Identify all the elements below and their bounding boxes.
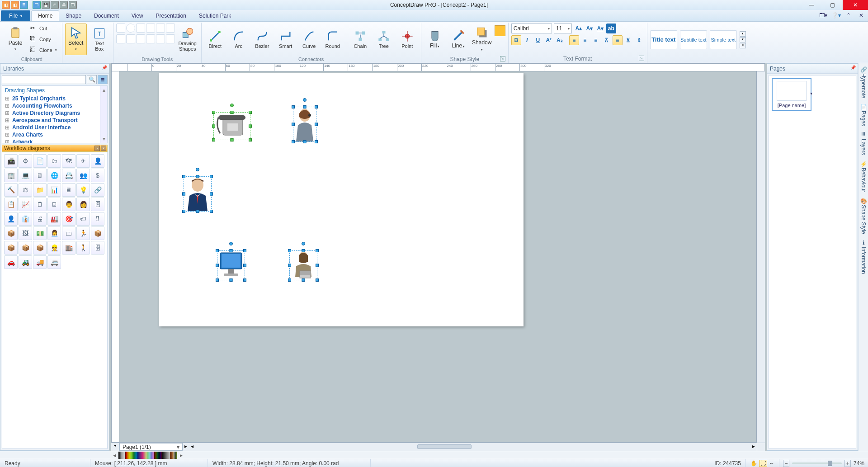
search-button[interactable]: 🔍 (87, 75, 97, 84)
stencil-item[interactable]: 🏃 (76, 226, 90, 240)
shape-7[interactable] (116, 34, 125, 43)
stencil-item[interactable]: 👩 (76, 198, 90, 211)
line-spacing-button[interactable]: ⇕ (634, 35, 644, 45)
copy-button[interactable]: ⿻Copy (28, 34, 59, 44)
sidetab-layers[interactable]: ≣Layers (860, 132, 867, 155)
zoom-out-button[interactable]: − (783, 460, 789, 467)
mdi-close-icon[interactable]: ✕ (857, 11, 865, 19)
line-button[interactable]: Line ▾ (448, 24, 469, 55)
stencil-item[interactable]: 📦 (91, 226, 104, 240)
page-nav-prev[interactable]: ◂ (111, 443, 119, 451)
qat-preview-icon[interactable]: 🗔 (69, 1, 77, 9)
stencil-item[interactable]: 🏷 (76, 212, 90, 226)
sidetab-hypernote[interactable]: 🔗Hypernote (860, 66, 867, 98)
shape-12[interactable] (166, 34, 175, 43)
stencil-item[interactable]: ⚙ (19, 154, 32, 168)
align-bottom-button[interactable]: ⊻ (623, 35, 633, 45)
shape-11[interactable] (156, 34, 165, 43)
style-title[interactable]: Title text (650, 30, 677, 49)
connector-smart[interactable]: Smart (275, 24, 297, 55)
stencil-item[interactable]: 🚜 (19, 255, 32, 269)
hand-tool-icon[interactable]: ✋ (750, 460, 757, 467)
styles-more[interactable]: ≡ (740, 43, 746, 48)
subscript-button[interactable]: A₂ (555, 35, 565, 45)
connector-chain[interactable]: Chain (349, 24, 371, 55)
horizontal-scrollbar[interactable] (195, 443, 750, 451)
align-middle-button[interactable]: ≡ (613, 35, 623, 45)
stencil-item[interactable]: 📠 (4, 154, 18, 168)
stencil-item[interactable]: 🚗 (4, 255, 18, 269)
tree-node-accounting[interactable]: Accounting Flowcharts (2, 102, 107, 109)
superscript-button[interactable]: A² (544, 35, 554, 45)
app-icon[interactable]: 🗔▾ (819, 11, 827, 19)
stencil-item[interactable]: 💻 (19, 169, 32, 182)
shape-style-launcher[interactable]: ↘ (500, 56, 505, 61)
stencil-item[interactable]: 📋 (4, 198, 18, 211)
stencil-close-icon[interactable]: x (101, 146, 106, 151)
stencil-item[interactable]: 📦 (4, 226, 18, 240)
stencil-item[interactable]: 🖼 (19, 226, 32, 240)
stencil-item[interactable]: 📊 (47, 183, 61, 197)
shape-8[interactable] (126, 34, 135, 43)
maximize-button[interactable]: ▢ (822, 0, 843, 10)
page-thumbnail[interactable]: [Page name] (772, 78, 811, 111)
stencil-min-icon[interactable]: - (94, 146, 100, 151)
tab-presentation[interactable]: Presentation (150, 10, 193, 21)
shape-worker-laptop[interactable] (289, 250, 317, 280)
tree-node-ad[interactable]: Active Directory Diagrams (2, 109, 107, 117)
stencil-item[interactable]: 🎖 (91, 212, 104, 226)
size-combo[interactable]: 11▾ (554, 24, 572, 33)
cut-button[interactable]: ✂Cut (28, 24, 59, 33)
sidetab-shape-style[interactable]: 🎨Shape Style (860, 198, 867, 234)
styles-down[interactable]: ▾ (740, 37, 746, 42)
tab-home[interactable]: Home (31, 10, 59, 21)
sidetab-pages[interactable]: 📄Pages (860, 104, 867, 126)
shape-telephone[interactable] (213, 112, 250, 140)
stencil-item[interactable]: 🖥 (62, 183, 75, 197)
stencil-item[interactable]: 🗓 (47, 198, 61, 211)
close-button[interactable]: ✕ (843, 0, 868, 10)
paste-button[interactable]: Paste▾ (5, 24, 26, 55)
fit-width-icon[interactable]: ↔ (769, 460, 774, 467)
stencil-item[interactable]: 📈 (19, 198, 32, 211)
qat-new-icon[interactable]: ❐ (33, 1, 41, 9)
palette-prev[interactable]: ◂ (113, 452, 116, 458)
textbox-button[interactable]: T Text Box (89, 24, 110, 55)
grow-font-button[interactable]: A▴ (574, 24, 584, 33)
tree-node-android[interactable]: Android User Interface (2, 124, 107, 131)
stencil-item[interactable]: 🖥 (33, 169, 47, 182)
stencil-header[interactable]: Workflow diagrams -x (2, 145, 108, 152)
italic-button[interactable]: I (522, 35, 532, 45)
connector-direct[interactable]: Direct (204, 24, 226, 55)
help-icon[interactable]: ❔▾ (832, 11, 840, 19)
shape-ellipse[interactable] (126, 24, 135, 33)
file-tab[interactable]: File▾ (1, 10, 30, 21)
stencil-item[interactable]: 💡 (76, 183, 90, 197)
sidetab-information[interactable]: ℹInformation (860, 240, 867, 274)
stencil-item[interactable]: 📦 (4, 241, 18, 255)
shrink-font-button[interactable]: A▾ (585, 24, 594, 33)
collapse-ribbon-icon[interactable]: ⌃ (844, 11, 853, 19)
tree-node-orgcharts[interactable]: 25 Typical Orgcharts (2, 95, 107, 102)
stencil-item[interactable]: 📦 (19, 241, 32, 255)
font-combo[interactable]: Calibri▾ (511, 24, 552, 33)
shape-manager[interactable] (184, 176, 212, 212)
style-subtitle[interactable]: Subtitle text (680, 30, 707, 49)
underline-button[interactable]: U (533, 35, 543, 45)
stencil-item[interactable]: 👩‍💼 (47, 226, 61, 240)
stencil-item[interactable]: 🖨 (33, 212, 47, 226)
tab-document[interactable]: Document (88, 10, 125, 21)
select-tool-button[interactable]: Select▾ (65, 24, 87, 55)
align-left-button[interactable]: ≡ (569, 35, 579, 45)
clone-button[interactable]: ⿴Clone▾ (28, 45, 59, 55)
shape-9[interactable] (136, 34, 145, 43)
stencil-item[interactable]: ⚖ (19, 183, 32, 197)
shape-receptionist[interactable] (293, 107, 316, 142)
stencil-item[interactable]: 🏭 (47, 212, 61, 226)
palette-next[interactable]: ▸ (180, 452, 183, 458)
stencil-item[interactable]: 📦 (33, 241, 47, 255)
style-simple[interactable]: Simple text (710, 30, 737, 49)
align-right-button[interactable]: ≡ (591, 35, 601, 45)
zoom-in-button[interactable]: + (844, 460, 851, 467)
stencil-item[interactable]: 🗄 (91, 198, 104, 211)
